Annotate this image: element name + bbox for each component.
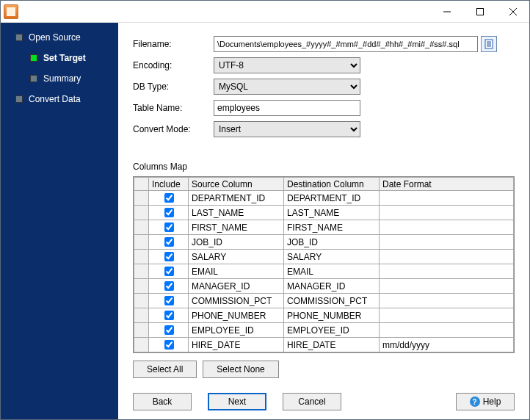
select-none-button[interactable]: Select None — [203, 361, 278, 378]
destination-cell[interactable]: JOB_ID — [284, 235, 380, 250]
step-set-target[interactable]: Set Target — [1, 48, 118, 68]
source-cell[interactable]: LAST_NAME — [189, 206, 284, 220]
tablename-input[interactable] — [214, 100, 360, 116]
filename-label: Filename: — [133, 39, 214, 49]
include-checkbox[interactable] — [164, 311, 174, 320]
table-row[interactable]: MANAGER_IDMANAGER_ID — [134, 279, 514, 294]
dateformat-cell[interactable] — [380, 191, 514, 206]
dbtype-label: DB Type: — [133, 82, 214, 92]
browse-button[interactable] — [481, 36, 497, 52]
dateformat-cell[interactable] — [380, 250, 514, 264]
row-header[interactable] — [134, 279, 149, 294]
row-header[interactable] — [134, 308, 149, 323]
destination-cell[interactable]: COMMISSION_PCT — [284, 294, 380, 308]
destination-cell[interactable]: MANAGER_ID — [284, 279, 380, 294]
table-row[interactable]: HIRE_DATEHIRE_DATEmm/dd/yyyy — [134, 338, 514, 352]
svg-rect-4 — [485, 40, 493, 48]
table-row[interactable]: LAST_NAMELAST_NAME — [134, 206, 514, 220]
table-row[interactable]: EMPLOYEE_IDEMPLOYEE_ID — [134, 323, 514, 338]
svg-rect-1 — [476, 8, 483, 15]
dateformat-cell[interactable] — [380, 206, 514, 220]
source-cell[interactable]: FIRST_NAME — [189, 220, 284, 235]
row-header[interactable] — [134, 250, 149, 264]
close-button[interactable] — [496, 1, 529, 22]
step-summary[interactable]: Summary — [1, 68, 118, 89]
dateformat-cell[interactable] — [380, 294, 514, 308]
step-open-source[interactable]: Open Source — [1, 27, 118, 48]
row-header[interactable] — [134, 264, 149, 279]
include-checkbox[interactable] — [164, 193, 174, 203]
row-header[interactable] — [134, 235, 149, 250]
include-checkbox[interactable] — [164, 222, 174, 232]
cancel-button[interactable]: Cancel — [283, 393, 341, 410]
row-header[interactable] — [134, 323, 149, 338]
source-cell[interactable]: DEPARTMENT_ID — [189, 191, 284, 206]
source-cell[interactable]: EMAIL — [189, 264, 284, 279]
source-cell[interactable]: HIRE_DATE — [189, 338, 284, 352]
include-checkbox[interactable] — [164, 340, 174, 350]
convertmode-select[interactable]: Insert — [214, 121, 360, 137]
destination-cell[interactable]: PHONE_NUMBER — [284, 308, 380, 323]
wizard-window: Open Source Set Target Summary Convert D… — [0, 0, 530, 420]
destination-cell[interactable]: FIRST_NAME — [284, 220, 380, 235]
table-row[interactable]: COMMISSION_PCTCOMMISSION_PCT — [134, 294, 514, 308]
col-header-source[interactable]: Source Column — [189, 178, 284, 191]
next-button[interactable]: Next — [208, 393, 266, 410]
row-header[interactable] — [134, 338, 149, 352]
dateformat-cell[interactable]: mm/dd/yyyy — [380, 338, 514, 352]
destination-cell[interactable]: DEPARTMENT_ID — [284, 191, 380, 206]
row-header[interactable] — [134, 294, 149, 308]
include-checkbox[interactable] — [164, 281, 174, 291]
include-checkbox[interactable] — [164, 252, 174, 261]
col-header-destination[interactable]: Destination Column — [284, 178, 380, 191]
select-all-button[interactable]: Select All — [133, 361, 197, 378]
include-checkbox[interactable] — [164, 237, 174, 247]
convertmode-label: Convert Mode: — [133, 124, 214, 134]
step-convert-data[interactable]: Convert Data — [1, 89, 118, 109]
dateformat-cell[interactable] — [380, 308, 514, 323]
table-row[interactable]: EMAILEMAIL — [134, 264, 514, 279]
source-cell[interactable]: PHONE_NUMBER — [189, 308, 284, 323]
help-icon: ? — [470, 397, 480, 407]
include-checkbox[interactable] — [164, 325, 174, 335]
table-row[interactable]: FIRST_NAMEFIRST_NAME — [134, 220, 514, 235]
source-cell[interactable]: COMMISSION_PCT — [189, 294, 284, 308]
help-button[interactable]: ?Help — [456, 393, 515, 410]
dateformat-cell[interactable] — [380, 279, 514, 294]
row-header[interactable] — [134, 206, 149, 220]
step-marker-icon — [30, 75, 37, 82]
destination-cell[interactable]: HIRE_DATE — [284, 338, 380, 352]
destination-cell[interactable]: EMAIL — [284, 264, 380, 279]
source-cell[interactable]: JOB_ID — [189, 235, 284, 250]
dateformat-cell[interactable] — [380, 323, 514, 338]
col-header-include[interactable]: Include — [149, 178, 189, 191]
source-cell[interactable]: SALARY — [189, 250, 284, 264]
tablename-label: Table Name: — [133, 103, 214, 113]
dateformat-cell[interactable] — [380, 235, 514, 250]
destination-cell[interactable]: EMPLOYEE_ID — [284, 323, 380, 338]
dateformat-cell[interactable] — [380, 264, 514, 279]
destination-cell[interactable]: LAST_NAME — [284, 206, 380, 220]
maximize-button[interactable] — [463, 1, 496, 22]
source-cell[interactable]: MANAGER_ID — [189, 279, 284, 294]
table-row[interactable]: PHONE_NUMBERPHONE_NUMBER — [134, 308, 514, 323]
dbtype-select[interactable]: MySQL — [214, 79, 360, 95]
dateformat-cell[interactable] — [380, 220, 514, 235]
back-button[interactable]: Back — [133, 393, 192, 410]
include-checkbox[interactable] — [164, 208, 174, 217]
row-header[interactable] — [134, 191, 149, 206]
source-cell[interactable]: EMPLOYEE_ID — [189, 323, 284, 338]
destination-cell[interactable]: SALARY — [284, 250, 380, 264]
table-row[interactable]: DEPARTMENT_IDDEPARTMENT_ID — [134, 191, 514, 206]
include-checkbox[interactable] — [164, 296, 174, 305]
col-header-dateformat[interactable]: Date Format — [380, 178, 514, 191]
filename-input[interactable] — [214, 36, 478, 52]
encoding-select[interactable]: UTF-8 — [214, 57, 360, 73]
minimize-button[interactable] — [430, 1, 463, 22]
row-header[interactable] — [134, 220, 149, 235]
include-checkbox[interactable] — [164, 267, 174, 276]
wizard-sidebar: Open Source Set Target Summary Convert D… — [1, 23, 118, 419]
table-row[interactable]: JOB_IDJOB_ID — [134, 235, 514, 250]
step-label: Convert Data — [29, 94, 81, 104]
table-row[interactable]: SALARYSALARY — [134, 250, 514, 264]
